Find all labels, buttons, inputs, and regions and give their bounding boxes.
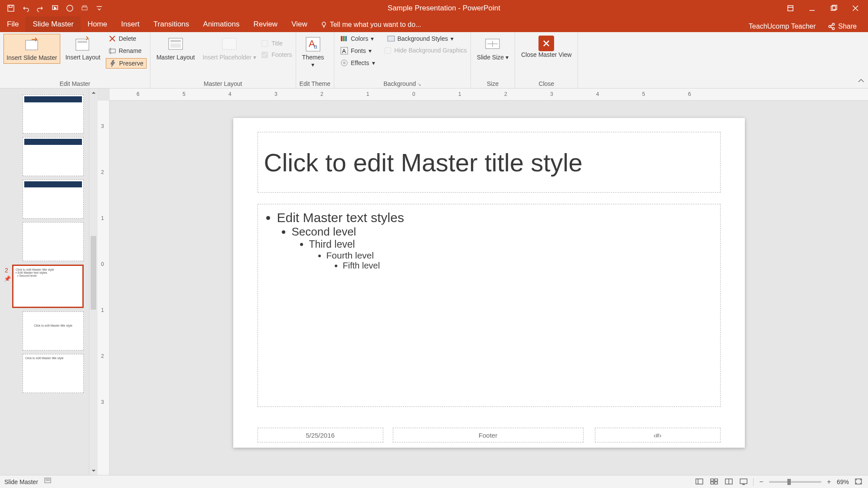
layout-thumbnail[interactable] — [23, 95, 84, 134]
vertical-ruler: 3 2 1 0 1 2 3 — [98, 101, 110, 475]
svg-rect-4 — [82, 7, 87, 10]
scroll-up-icon[interactable] — [89, 88, 98, 97]
delete-icon — [108, 35, 116, 43]
close-icon[interactable] — [850, 3, 861, 14]
slide-area: 3 2 1 0 1 2 3 6 5 4 3 2 1 0 1 2 3 4 5 6 — [98, 88, 868, 475]
thumbnail-panel: 2 📌 Click to edit Master title style• Ed… — [0, 88, 98, 475]
background-dialog-launcher[interactable]: ↘ — [416, 82, 421, 87]
layout-thumbnail[interactable] — [23, 180, 84, 219]
svg-rect-37 — [711, 482, 714, 484]
footers-checkbox[interactable]: Footers — [261, 50, 292, 59]
svg-point-30 — [343, 62, 346, 64]
background-styles-icon — [387, 35, 395, 43]
master-layout-button[interactable]: Master Layout — [154, 34, 198, 63]
tab-view[interactable]: View — [284, 16, 314, 32]
insert-placeholder-button[interactable]: Insert Placeholder ▾ — [200, 34, 259, 63]
close-master-icon — [538, 36, 554, 51]
slide-sorter-view-icon[interactable] — [709, 478, 719, 486]
background-styles-button[interactable]: Background Styles ▾ — [385, 34, 467, 43]
slide-size-button[interactable]: Slide Size ▾ — [474, 34, 511, 63]
date-placeholder[interactable]: 5/25/2016 — [258, 428, 383, 442]
tab-home[interactable]: Home — [81, 16, 114, 32]
minimize-icon[interactable] — [806, 3, 818, 14]
normal-view-icon[interactable] — [694, 478, 705, 486]
group-label-master-layout: Master Layout — [154, 79, 292, 88]
close-master-view-button[interactable]: Close Master View — [519, 34, 574, 60]
slide-master-thumbnail[interactable]: 2 📌 Click to edit Master title style• Ed… — [12, 265, 84, 308]
svg-rect-25 — [343, 36, 345, 41]
slide-master-canvas[interactable]: Click to edit Master title style Edit Ma… — [233, 118, 745, 448]
svg-rect-1 — [9, 5, 12, 7]
svg-rect-40 — [740, 479, 747, 484]
insert-slide-master-button[interactable]: Insert Slide Master — [3, 34, 60, 64]
start-from-beginning-icon[interactable] — [50, 3, 60, 13]
preserve-button[interactable]: Preserve — [106, 58, 147, 69]
svg-rect-35 — [711, 479, 714, 481]
redo-icon[interactable] — [36, 3, 45, 13]
maximize-icon[interactable] — [828, 3, 839, 14]
reading-view-icon[interactable] — [724, 478, 734, 486]
svg-text:a: a — [314, 43, 317, 50]
group-background: Colors ▾ A Fonts ▾ Effects ▾ Background … — [334, 32, 471, 88]
layout-thumbnail[interactable]: Click to edit Master title style — [23, 354, 84, 393]
tab-review[interactable]: Review — [246, 16, 284, 32]
insert-layout-button[interactable]: Insert Layout — [63, 34, 103, 63]
print-icon[interactable] — [80, 3, 89, 13]
title-placeholder[interactable]: Click to edit Master title style — [258, 132, 721, 193]
tab-animations[interactable]: Animations — [196, 16, 246, 32]
effects-button[interactable]: Effects ▾ — [338, 58, 378, 68]
tab-insert[interactable]: Insert — [114, 16, 147, 32]
rename-icon — [108, 47, 116, 55]
body-placeholder[interactable]: Edit Master text styles Second level Thi… — [258, 204, 721, 407]
notes-icon[interactable] — [44, 478, 52, 486]
slide-show-icon[interactable] — [738, 478, 749, 486]
undo-icon[interactable] — [21, 3, 30, 13]
rename-button[interactable]: Rename — [106, 46, 147, 56]
effects-icon — [340, 59, 348, 67]
zoom-slider[interactable] — [769, 481, 821, 483]
insert-placeholder-icon — [221, 36, 238, 53]
slide-number-placeholder[interactable]: ‹#› — [595, 428, 721, 442]
user-label[interactable]: TeachUcomp Teacher — [749, 23, 816, 30]
circle-icon[interactable] — [65, 3, 75, 13]
zoom-in-button[interactable]: + — [826, 478, 832, 485]
slide-size-icon — [484, 36, 501, 53]
delete-button[interactable]: Delete — [106, 34, 147, 43]
layout-thumbnail[interactable] — [23, 137, 84, 176]
save-icon[interactable] — [6, 3, 16, 13]
tab-slide-master[interactable]: Slide Master — [26, 16, 80, 32]
share-button[interactable]: Share — [823, 21, 861, 32]
themes-button[interactable]: Aa Themes▾ — [300, 34, 327, 70]
svg-rect-38 — [715, 482, 718, 484]
scroll-down-icon[interactable] — [89, 466, 98, 475]
preserve-icon — [109, 59, 117, 67]
colors-icon — [340, 35, 348, 43]
fonts-button[interactable]: A Fonts ▾ — [338, 46, 378, 56]
tab-transitions[interactable]: Transitions — [147, 16, 196, 32]
zoom-level[interactable]: 69% — [837, 478, 849, 485]
thumbnail-scrollbar[interactable] — [89, 88, 98, 475]
fit-to-window-icon[interactable] — [853, 478, 864, 486]
scroll-thumb[interactable] — [91, 236, 96, 310]
zoom-handle[interactable] — [787, 479, 791, 485]
zoom-out-button[interactable]: − — [758, 478, 765, 485]
layout-thumbnail[interactable]: Click to edit Master title style — [23, 311, 84, 350]
tab-file[interactable]: File — [3, 16, 26, 32]
hide-background-checkbox[interactable]: Hide Background Graphics — [385, 46, 467, 55]
layout-thumbnail[interactable] — [23, 222, 84, 261]
preserve-pin-icon: 📌 — [4, 275, 11, 282]
scroll-track[interactable] — [89, 97, 98, 466]
status-bar: Slide Master − + 69% — [0, 475, 868, 488]
customize-qat-icon[interactable] — [95, 3, 104, 13]
horizontal-ruler: 6 5 4 3 2 1 0 1 2 3 4 5 6 — [110, 88, 868, 101]
group-label-size: Size — [474, 79, 511, 88]
colors-button[interactable]: Colors ▾ — [338, 34, 378, 43]
svg-rect-0 — [8, 5, 14, 11]
ribbon-display-options-icon[interactable] — [785, 3, 796, 14]
collapse-ribbon-icon[interactable] — [858, 78, 865, 85]
themes-icon: Aa — [304, 36, 322, 53]
tell-me-search[interactable]: Tell me what you want to do... — [314, 17, 749, 32]
title-checkbox[interactable]: Title — [261, 39, 292, 48]
svg-rect-26 — [345, 36, 347, 41]
footer-placeholder[interactable]: Footer — [393, 428, 584, 442]
